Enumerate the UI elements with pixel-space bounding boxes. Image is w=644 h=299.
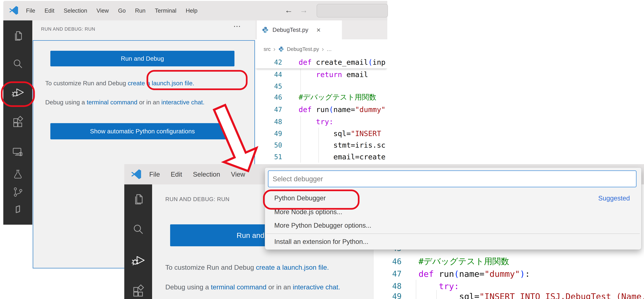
chat-link[interactable]: chat.: [191, 99, 204, 106]
code-line[interactable]: 46 #デバッグテスト用関数: [255, 91, 387, 103]
line-number[interactable]: 49: [255, 130, 286, 137]
code-line[interactable]: 49 sql="INSERT: [255, 128, 387, 139]
menu-help[interactable]: Help: [181, 7, 202, 14]
chat-link[interactable]: chat.: [326, 283, 340, 291]
interactive-link[interactable]: interactive: [293, 283, 324, 291]
menu-view[interactable]: View: [226, 171, 251, 178]
line-number[interactable]: 47: [374, 269, 406, 278]
debugger-search-input[interactable]: [268, 170, 636, 187]
python-file-icon: [278, 46, 284, 52]
breadcrumb-symbol[interactable]: …: [326, 46, 332, 52]
menu-file[interactable]: File: [144, 171, 165, 178]
tab-label: DebugTest.py: [272, 26, 308, 33]
line-number[interactable]: 44: [255, 71, 286, 78]
menu-edit[interactable]: Edit: [40, 7, 59, 14]
nav-back-icon[interactable]: ←: [285, 6, 293, 14]
menu-view[interactable]: View: [92, 7, 114, 14]
sidebar-title: RUN AND DEBUG: RUN: [41, 26, 95, 32]
annotation-circle-debug-icon: [1, 81, 35, 107]
code-line[interactable]: 47 def run(name="dummy"):: [374, 268, 644, 280]
quickpick-item-install-extension[interactable]: Install an extension for Python...: [265, 235, 641, 249]
source-control-icon[interactable]: [12, 185, 24, 198]
code-line[interactable]: 49 sql="INSERT INTO ISJ.DebugTest (Name,…: [374, 290, 644, 299]
customize-prefix: To customize Run and Debug: [165, 264, 256, 271]
code-text: sql="INSERT INTO ISJ.DebugTest (Name,Ema: [418, 292, 644, 299]
remote-explorer-icon[interactable]: [11, 145, 25, 159]
vscode-logo-icon: [9, 5, 19, 17]
line-number[interactable]: 49: [374, 292, 406, 299]
breadcrumb-file[interactable]: DebugTest.py: [287, 46, 319, 52]
code-text: sql="INSERT: [299, 129, 386, 138]
testing-icon[interactable]: [12, 168, 24, 181]
tab-debugtest[interactable]: DebugTest.py ×: [257, 20, 342, 39]
create-launch-json-link[interactable]: create a launch.json file.: [256, 264, 329, 271]
vscode-logo-icon: [130, 169, 142, 181]
debug-alternatives-text: Debug using a terminal command or in an …: [165, 281, 367, 294]
menu-terminal[interactable]: Terminal: [150, 7, 181, 14]
customize-prefix: To customize Run and Debug: [45, 80, 128, 87]
sidebar-title: RUN AND DEBUG: RUN: [165, 196, 230, 202]
code-line[interactable]: 46 #デバッグテスト用関数: [374, 255, 644, 268]
screenshot-canvas: File Edit Selection View Go Run Terminal…: [0, 0, 644, 299]
search-icon[interactable]: [11, 57, 25, 71]
chevron-right-icon: ›: [274, 45, 276, 53]
extensions-icon[interactable]: [131, 284, 146, 299]
interactive-link[interactable]: interactive: [162, 99, 190, 106]
code-text: #デバッグテスト用関数: [299, 92, 376, 102]
debug-mid: or in an: [137, 99, 162, 106]
line-number[interactable]: 46: [374, 257, 406, 266]
line-number[interactable]: 45: [255, 82, 286, 90]
activity-bar: [124, 184, 152, 299]
views-more-actions-icon[interactable]: ···: [234, 23, 241, 30]
line-number[interactable]: 47: [255, 106, 286, 113]
menu-edit[interactable]: Edit: [165, 171, 188, 178]
annotation-box-launch-json: [146, 70, 248, 90]
python-file-icon: [262, 26, 269, 33]
menu-run[interactable]: Run: [130, 7, 150, 14]
explorer-icon[interactable]: [131, 192, 146, 207]
run-and-debug-icon[interactable]: [130, 253, 146, 268]
line-number[interactable]: 50: [255, 141, 286, 149]
run-and-debug-button[interactable]: Run and Debug: [50, 51, 234, 66]
extensions-icon[interactable]: [11, 115, 25, 129]
terminal-command-link[interactable]: terminal command: [87, 99, 137, 106]
code-text: #デバッグテスト用関数: [418, 256, 509, 267]
quickpick-item-label: Install an extension for Python...: [274, 238, 368, 245]
code-text: def run(name="dummy"):: [418, 269, 530, 279]
code-text: email=create: [299, 153, 386, 161]
line-number[interactable]: 48: [255, 118, 286, 126]
menu-selection[interactable]: Selection: [59, 7, 92, 14]
menu-go[interactable]: Go: [114, 7, 130, 14]
line-number[interactable]: 42: [255, 58, 286, 66]
code-line[interactable]: 48 try:: [255, 116, 387, 127]
explorer-icon[interactable]: [11, 29, 25, 43]
package-icon[interactable]: [12, 203, 24, 215]
code-line[interactable]: 44 return email: [255, 69, 387, 80]
customize-text: To customize Run and Debug create a laun…: [165, 261, 373, 274]
code-text: return email: [299, 70, 368, 79]
tab-close-icon[interactable]: ×: [316, 26, 320, 34]
code-line[interactable]: 47 def run(name="dummy": [255, 104, 387, 115]
activity-bar: [3, 20, 32, 225]
menu-bar: File Edit Selection View Go Run Terminal…: [3, 1, 387, 20]
code-line[interactable]: 50 stmt=iris.sc: [255, 139, 387, 151]
sticky-code-line[interactable]: 42 def create_email(inp: [255, 56, 387, 69]
quickpick-item-more-python[interactable]: More Python Debugger options...: [265, 219, 641, 232]
code-line[interactable]: 51 email=create: [255, 151, 387, 163]
line-number[interactable]: 46: [255, 93, 286, 101]
command-center-search[interactable]: [317, 4, 388, 17]
search-icon[interactable]: [131, 222, 146, 237]
debug-alternatives-text: Debug using a terminal command or in an …: [45, 97, 245, 108]
nav-forward-icon[interactable]: →: [300, 6, 308, 14]
terminal-command-link[interactable]: terminal command: [211, 283, 266, 291]
line-number[interactable]: 51: [255, 153, 286, 161]
show-auto-python-config-button[interactable]: Show automatic Python configurations: [50, 123, 234, 139]
line-number[interactable]: 48: [374, 282, 406, 291]
breadcrumb-folder[interactable]: src: [264, 46, 271, 52]
breadcrumb: src › DebugTest.py › …: [264, 44, 332, 54]
menu-selection[interactable]: Selection: [188, 171, 226, 178]
code-line[interactable]: 45: [255, 80, 387, 92]
annotation-box-python-debugger: [263, 190, 360, 210]
menu-file[interactable]: File: [21, 7, 40, 14]
run-and-debug-button-label: Run and Debug: [121, 55, 164, 62]
